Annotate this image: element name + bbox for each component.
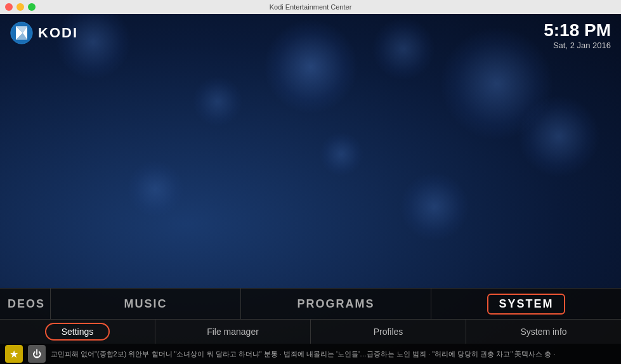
main-content: KODI 5:18 PM Sat, 2 Jan 2016 DEOS MUSIC … (0, 14, 621, 364)
navbar: DEOS MUSIC PROGRAMS SYSTEM (0, 288, 621, 320)
subnav-item-profiles[interactable]: Profiles (311, 320, 466, 344)
window-title: Kodi Entertainment Center (270, 3, 352, 11)
nav-item-music[interactable]: MUSIC (51, 289, 241, 319)
nav-item-system[interactable]: SYSTEM (431, 289, 621, 319)
titlebar: Kodi Entertainment Center (0, 0, 621, 14)
clock-time: 5:18 PM (544, 20, 611, 41)
kodi-logo: KODI (10, 22, 78, 44)
kodi-icon (10, 22, 33, 44)
close-button[interactable] (5, 3, 13, 11)
nav-label-music: MUSIC (124, 297, 167, 311)
nav-label-system: SYSTEM (499, 297, 553, 310)
subnav-label-system-info: System info (520, 327, 566, 337)
favorites-button[interactable]: ★ (5, 345, 23, 363)
news-ticker: 교민피해 없어"(종합2보) 위안부 할머니 "소녀상이 뭐 달라고 하더냐" … (51, 349, 616, 359)
maximize-button[interactable] (28, 3, 36, 11)
system-highlight-border: SYSTEM (487, 294, 565, 315)
traffic-lights (5, 3, 36, 11)
nav-item-programs[interactable]: PROGRAMS (241, 289, 431, 319)
star-icon: ★ (10, 348, 18, 360)
bottombar: ★ ⏻ 교민피해 없어"(종합2보) 위안부 할머니 "소녀상이 뭐 달라고 하… (0, 344, 621, 364)
power-button[interactable]: ⏻ (28, 345, 46, 363)
nav-item-videos[interactable]: DEOS (0, 289, 51, 319)
subnav-item-system-info[interactable]: System info (466, 320, 621, 344)
subnav: Settings File manager Profiles System in… (0, 320, 621, 344)
clock-area: 5:18 PM Sat, 2 Jan 2016 (544, 20, 611, 50)
subnav-item-file-manager[interactable]: File manager (155, 320, 311, 344)
nav-label-programs: PROGRAMS (297, 297, 374, 311)
minimize-button[interactable] (16, 3, 24, 11)
power-icon: ⏻ (32, 349, 41, 359)
subnav-item-settings[interactable]: Settings (0, 320, 155, 344)
clock-date: Sat, 2 Jan 2016 (544, 41, 611, 50)
settings-highlight-border: Settings (45, 323, 110, 341)
kodi-wordmark: KODI (38, 25, 78, 41)
subnav-label-profiles: Profiles (374, 327, 403, 337)
subnav-label-settings: Settings (62, 327, 94, 337)
nav-label-videos: DEOS (8, 297, 45, 311)
subnav-label-file-manager: File manager (207, 327, 259, 337)
